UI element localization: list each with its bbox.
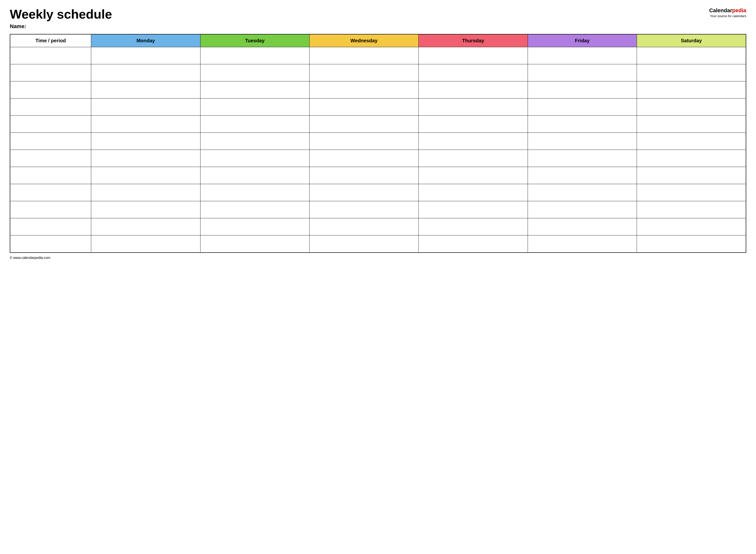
cell-thursday[interactable] <box>419 99 528 116</box>
cell-saturday[interactable] <box>637 64 746 81</box>
schedule-body <box>10 47 746 253</box>
cell-wednesday[interactable] <box>309 64 418 81</box>
cell-friday[interactable] <box>528 201 637 218</box>
cell-tuesday[interactable] <box>200 184 309 201</box>
time-cell[interactable] <box>10 47 91 64</box>
cell-friday[interactable] <box>528 116 637 133</box>
cell-monday[interactable] <box>91 47 200 64</box>
cell-thursday[interactable] <box>419 81 528 99</box>
table-header-row: Time / period Monday Tuesday Wednesday T… <box>10 34 746 47</box>
cell-saturday[interactable] <box>637 167 746 184</box>
cell-thursday[interactable] <box>419 201 528 218</box>
cell-saturday[interactable] <box>637 133 746 150</box>
cell-wednesday[interactable] <box>309 184 418 201</box>
cell-wednesday[interactable] <box>309 235 418 253</box>
cell-friday[interactable] <box>528 218 637 235</box>
cell-thursday[interactable] <box>419 64 528 81</box>
table-row <box>10 167 746 184</box>
cell-monday[interactable] <box>91 116 200 133</box>
time-cell[interactable] <box>10 167 91 184</box>
cell-thursday[interactable] <box>419 150 528 167</box>
cell-tuesday[interactable] <box>200 64 309 81</box>
cell-saturday[interactable] <box>637 218 746 235</box>
time-cell[interactable] <box>10 99 91 116</box>
cell-monday[interactable] <box>91 167 200 184</box>
cell-thursday[interactable] <box>419 184 528 201</box>
time-cell[interactable] <box>10 64 91 81</box>
cell-friday[interactable] <box>528 150 637 167</box>
cell-friday[interactable] <box>528 235 637 253</box>
cell-tuesday[interactable] <box>200 218 309 235</box>
col-header-wednesday: Wednesday <box>309 34 418 47</box>
cell-thursday[interactable] <box>419 47 528 64</box>
cell-monday[interactable] <box>91 99 200 116</box>
time-cell[interactable] <box>10 116 91 133</box>
footer-url: © www.calendarpedia.com <box>10 256 50 260</box>
time-cell[interactable] <box>10 150 91 167</box>
cell-monday[interactable] <box>91 133 200 150</box>
time-cell[interactable] <box>10 81 91 99</box>
cell-thursday[interactable] <box>419 235 528 253</box>
cell-wednesday[interactable] <box>309 218 418 235</box>
table-row <box>10 99 746 116</box>
logo-pedia: pedia <box>732 7 746 13</box>
header: Weekly schedule Name: Calendarpedia Your… <box>10 7 746 30</box>
cell-saturday[interactable] <box>637 47 746 64</box>
cell-thursday[interactable] <box>419 133 528 150</box>
cell-friday[interactable] <box>528 99 637 116</box>
cell-monday[interactable] <box>91 218 200 235</box>
cell-saturday[interactable] <box>637 150 746 167</box>
table-row <box>10 133 746 150</box>
title-section: Weekly schedule Name: <box>10 7 112 30</box>
cell-wednesday[interactable] <box>309 99 418 116</box>
cell-tuesday[interactable] <box>200 116 309 133</box>
cell-saturday[interactable] <box>637 81 746 99</box>
cell-wednesday[interactable] <box>309 81 418 99</box>
cell-friday[interactable] <box>528 133 637 150</box>
name-label: Name: <box>10 23 112 30</box>
cell-monday[interactable] <box>91 81 200 99</box>
time-cell[interactable] <box>10 201 91 218</box>
cell-monday[interactable] <box>91 235 200 253</box>
cell-wednesday[interactable] <box>309 47 418 64</box>
cell-tuesday[interactable] <box>200 201 309 218</box>
time-cell[interactable] <box>10 235 91 253</box>
cell-tuesday[interactable] <box>200 167 309 184</box>
cell-tuesday[interactable] <box>200 133 309 150</box>
cell-thursday[interactable] <box>419 167 528 184</box>
cell-tuesday[interactable] <box>200 99 309 116</box>
cell-monday[interactable] <box>91 64 200 81</box>
cell-thursday[interactable] <box>419 218 528 235</box>
logo-calendar: Calendar <box>709 7 732 13</box>
cell-saturday[interactable] <box>637 184 746 201</box>
cell-tuesday[interactable] <box>200 47 309 64</box>
col-header-thursday: Thursday <box>419 34 528 47</box>
cell-monday[interactable] <box>91 150 200 167</box>
cell-wednesday[interactable] <box>309 116 418 133</box>
cell-wednesday[interactable] <box>309 150 418 167</box>
cell-wednesday[interactable] <box>309 167 418 184</box>
col-header-saturday: Saturday <box>637 34 746 47</box>
cell-saturday[interactable] <box>637 201 746 218</box>
cell-monday[interactable] <box>91 184 200 201</box>
time-cell[interactable] <box>10 133 91 150</box>
table-row <box>10 150 746 167</box>
cell-friday[interactable] <box>528 167 637 184</box>
cell-monday[interactable] <box>91 201 200 218</box>
cell-wednesday[interactable] <box>309 201 418 218</box>
table-row <box>10 116 746 133</box>
time-cell[interactable] <box>10 184 91 201</box>
cell-wednesday[interactable] <box>309 133 418 150</box>
cell-friday[interactable] <box>528 184 637 201</box>
cell-friday[interactable] <box>528 81 637 99</box>
cell-tuesday[interactable] <box>200 81 309 99</box>
cell-saturday[interactable] <box>637 235 746 253</box>
cell-tuesday[interactable] <box>200 235 309 253</box>
cell-saturday[interactable] <box>637 99 746 116</box>
time-cell[interactable] <box>10 218 91 235</box>
cell-thursday[interactable] <box>419 116 528 133</box>
cell-saturday[interactable] <box>637 116 746 133</box>
cell-tuesday[interactable] <box>200 150 309 167</box>
cell-friday[interactable] <box>528 47 637 64</box>
cell-friday[interactable] <box>528 64 637 81</box>
